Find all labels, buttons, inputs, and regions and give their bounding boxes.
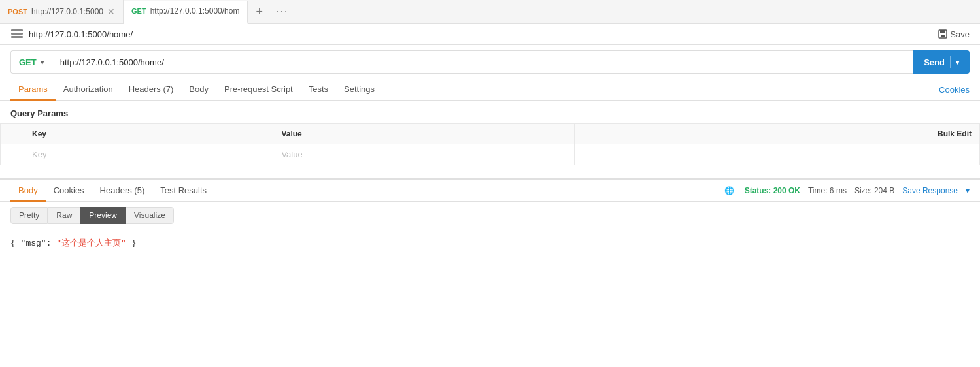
th-bulk-edit[interactable]: Bulk Edit	[575, 124, 980, 144]
resp-tab-cookies[interactable]: Cookies	[46, 180, 92, 202]
row-value-cell[interactable]: Value	[273, 144, 575, 165]
tab-prerequest[interactable]: Pre-request Script	[216, 79, 301, 101]
address-icon	[10, 29, 24, 39]
response-meta: 🌐 Status: 200 OK Time: 6 ms Size: 204 B …	[724, 186, 970, 195]
save-response-button[interactable]: Save Response	[902, 186, 958, 195]
tab-more-button[interactable]: ···	[271, 6, 294, 18]
tab-tests[interactable]: Tests	[301, 79, 336, 101]
request-tabs: Params Authorization Headers (7) Body Pr…	[0, 79, 980, 101]
table-row: Key Value	[1, 144, 980, 165]
cookies-link[interactable]: Cookies	[939, 85, 970, 95]
json-key: "msg"	[21, 238, 46, 248]
json-close-brace: }	[126, 238, 137, 248]
format-tabs: Pretty Raw Preview Visualize	[0, 202, 980, 229]
format-tab-pretty[interactable]: Pretty	[10, 207, 48, 224]
send-label: Send	[924, 57, 945, 67]
tab-params[interactable]: Params	[10, 79, 56, 101]
response-section: Body Cookies Headers (5) Test Results 🌐 …	[0, 178, 980, 257]
tab-bar: POST http://127.0.0.1:5000 ✕ GET http://…	[0, 0, 980, 24]
format-tab-raw[interactable]: Raw	[48, 207, 80, 224]
send-chevron-icon: ▾	[956, 59, 959, 66]
method-chevron-icon: ▾	[41, 59, 44, 66]
address-bar: http://127.0.0.1:5000/home/ Save	[0, 24, 980, 45]
response-body: { "msg": "这个是个人主页" }	[0, 229, 980, 257]
json-colon: :	[46, 238, 57, 248]
response-tabs: Body Cookies Headers (5) Test Results 🌐 …	[0, 180, 980, 202]
format-tab-visualize[interactable]: Visualize	[126, 207, 174, 224]
url-input[interactable]	[52, 50, 913, 74]
svg-rect-4	[940, 30, 945, 33]
response-time: Time: 6 ms	[808, 186, 847, 195]
format-tab-preview[interactable]: Preview	[80, 207, 126, 224]
response-status: Status: 200 OK	[745, 186, 800, 195]
svg-rect-0	[11, 29, 23, 31]
query-params-title: Query Params	[0, 101, 980, 123]
resp-tab-body[interactable]: Body	[10, 180, 46, 202]
tab-get-method: GET	[131, 7, 146, 15]
tab-post-url: http://127.0.0.1:5000	[31, 7, 103, 16]
th-checkbox	[1, 124, 24, 144]
response-size: Size: 204 B	[854, 186, 894, 195]
json-open-brace: {	[10, 238, 21, 248]
send-divider	[950, 56, 951, 68]
save-label: Save	[950, 29, 970, 39]
row-value-placeholder: Value	[281, 150, 302, 159]
tab-body[interactable]: Body	[181, 79, 216, 101]
json-value: "这个是个人主页"	[56, 238, 126, 248]
resp-tab-test-results[interactable]: Test Results	[152, 180, 214, 202]
request-bar: GET ▾ Send ▾	[0, 45, 980, 79]
tab-get[interactable]: GET http://127.0.0.1:5000/hom	[124, 1, 248, 24]
th-value: Value	[273, 124, 575, 144]
row-key-cell[interactable]: Key	[24, 144, 273, 165]
svg-rect-1	[11, 33, 23, 35]
save-button[interactable]: Save	[938, 29, 970, 39]
row-checkbox[interactable]	[1, 144, 24, 165]
resp-tab-headers[interactable]: Headers (5)	[92, 180, 153, 202]
tab-post-method: POST	[8, 8, 27, 16]
method-label: GET	[19, 57, 37, 67]
row-actions-cell	[575, 144, 980, 165]
globe-icon: 🌐	[724, 186, 734, 195]
th-key: Key	[24, 124, 273, 144]
row-key-placeholder: Key	[32, 150, 46, 159]
tab-get-url: http://127.0.0.1:5000/hom	[150, 7, 240, 16]
tab-authorization[interactable]: Authorization	[56, 79, 121, 101]
tab-add-button[interactable]: +	[248, 0, 271, 24]
address-url: http://127.0.0.1:5000/home/	[29, 29, 933, 39]
svg-rect-5	[941, 35, 945, 37]
method-select[interactable]: GET ▾	[10, 50, 52, 74]
save-response-chevron-icon[interactable]: ▾	[966, 186, 970, 195]
tab-headers[interactable]: Headers (7)	[121, 79, 182, 101]
tab-post[interactable]: POST http://127.0.0.1:5000 ✕	[0, 0, 124, 23]
tab-settings[interactable]: Settings	[336, 79, 382, 101]
svg-rect-2	[11, 36, 23, 38]
tab-post-close-icon[interactable]: ✕	[107, 7, 115, 16]
send-button[interactable]: Send ▾	[913, 50, 970, 74]
params-table: Key Value Bulk Edit Key Value	[0, 123, 980, 165]
